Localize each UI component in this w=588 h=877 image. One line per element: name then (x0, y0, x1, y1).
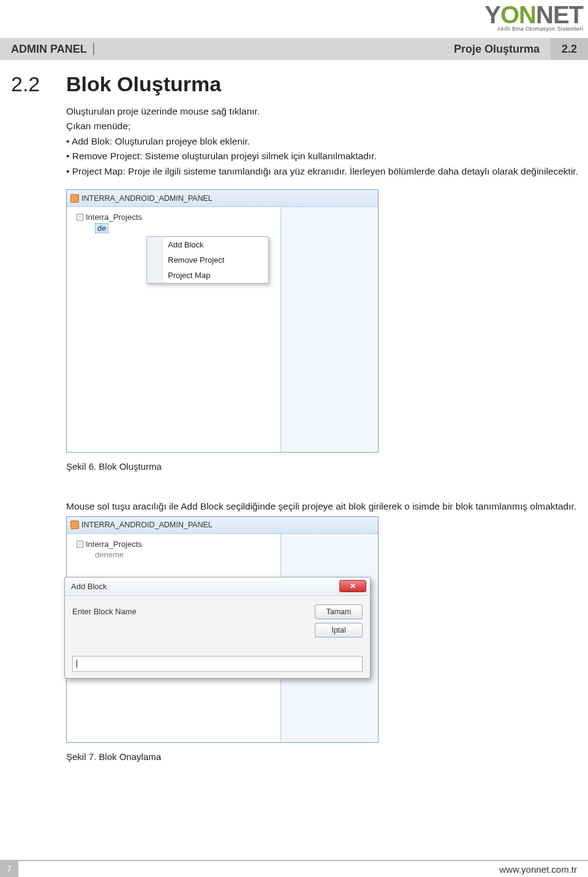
logo-letter: O (500, 1, 519, 28)
figure-caption-1: Şekil 6. Blok Oluşturma (66, 461, 583, 472)
logo-letter: ET (553, 1, 583, 28)
add-block-dialog: Add Block ✕ Enter Block Name Tamam İptal (64, 577, 371, 679)
para-line: Çıkan menüde; (66, 119, 583, 133)
tree-collapse-icon[interactable]: − (77, 214, 83, 220)
page-number: 7 (0, 860, 18, 877)
header-left-label: ADMIN PANEL (11, 43, 87, 56)
dialog-body: Enter Block Name Tamam İptal (65, 596, 370, 678)
window-title: INTERRA_ANDROID_ADMIN_PANEL (81, 521, 213, 529)
para-line: Mouse sol tuşu aracılığı ile Add Block s… (66, 500, 583, 513)
page-footer: 7 www.yonnet.com.tr (0, 860, 588, 877)
logo-letter: N (536, 1, 553, 28)
app-icon (70, 194, 79, 203)
empty-pane (281, 207, 378, 452)
ok-button[interactable]: Tamam (315, 604, 363, 619)
text-cursor (77, 660, 77, 668)
tree-child-row[interactable]: deneme (70, 549, 277, 560)
dialog-titlebar: Add Block ✕ (65, 578, 370, 596)
screenshot-block-1: INTERRA_ANDROID_ADMIN_PANEL − Interra_Pr… (66, 189, 379, 453)
logo-letter: Y (484, 1, 500, 28)
brand-logo: YONNET Akıllı Bina Otomasyon Sistemleri (484, 2, 583, 32)
window-title: INTERRA_ANDROID_ADMIN_PANEL (81, 194, 213, 203)
tree-selected-node: de (95, 223, 108, 233)
tree-root-label: Interra_Projects (86, 540, 142, 549)
screenshot-block-2: INTERRA_ANDROID_ADMIN_PANEL − Interra_Pr… (66, 516, 379, 743)
brand-tagline: Akıllı Bina Otomasyon Sistemleri (484, 26, 583, 32)
para-line: • Add Blok: Oluşturulan projeye blok ekl… (66, 135, 583, 148)
tree-root-label: Interra_Projects (86, 213, 142, 222)
figure-caption-2: Şekil 7. Blok Onaylama (66, 751, 583, 762)
para-line: Oluşturulan proje üzerinde mouse sağ tık… (66, 105, 583, 118)
tree-child-row[interactable]: de (70, 222, 277, 234)
section-title: Blok Oluşturma (66, 72, 221, 96)
header-right: Proje Oluşturma 2.2 (443, 38, 588, 60)
menu-item-remove-project[interactable]: Remove Project (147, 252, 268, 268)
dialog-label: Enter Block Name (72, 604, 137, 616)
menu-item-add-block[interactable]: Add Block (147, 237, 268, 252)
section-heading-row: 2.2 Blok Oluşturma (11, 72, 583, 96)
header-section-number: 2.2 (551, 38, 588, 60)
tree-child-label: deneme (95, 550, 124, 559)
page-content: 2.2 Blok Oluşturma Oluşturulan proje üze… (11, 72, 583, 762)
page-header-bar: ADMIN PANEL Proje Oluşturma 2.2 (0, 38, 588, 60)
logo-letter: N (519, 1, 536, 28)
header-left: ADMIN PANEL (0, 43, 94, 56)
dialog-title-text: Add Block (71, 582, 107, 591)
dialog-close-button[interactable]: ✕ (339, 580, 366, 592)
tree-collapse-icon[interactable]: − (77, 541, 83, 548)
app-icon (70, 521, 79, 529)
menu-item-project-map[interactable]: Project Map (147, 268, 268, 283)
header-separator (93, 43, 94, 55)
window-titlebar: INTERRA_ANDROID_ADMIN_PANEL (67, 190, 378, 207)
footer-url: www.yonnet.com.tr (499, 864, 588, 875)
tree-pane[interactable]: − Interra_Projects de Add Block Remove P… (67, 207, 281, 452)
para-line: • Project Map: Proje ile ilgili sisteme … (66, 165, 583, 178)
section-number: 2.2 (11, 72, 48, 96)
context-menu: Add Block Remove Project Project Map (146, 236, 269, 284)
block-name-input[interactable] (72, 656, 363, 672)
tree-root-row[interactable]: − Interra_Projects (70, 212, 277, 222)
window-titlebar: INTERRA_ANDROID_ADMIN_PANEL (67, 517, 378, 534)
intro-paragraph: Oluşturulan proje üzerinde mouse sağ tık… (66, 105, 583, 178)
tree-root-row[interactable]: − Interra_Projects (70, 539, 277, 549)
paragraph-2: Mouse sol tuşu aracılığı ile Add Block s… (66, 500, 583, 513)
brand-wordmark: YONNET (484, 2, 583, 27)
header-right-title: Proje Oluşturma (443, 38, 551, 60)
para-line: • Remove Project: Sisteme oluşturulan pr… (66, 149, 583, 163)
cancel-button[interactable]: İptal (315, 623, 363, 638)
tree-pane[interactable]: − Interra_Projects deneme Add Block ✕ En… (67, 534, 281, 742)
